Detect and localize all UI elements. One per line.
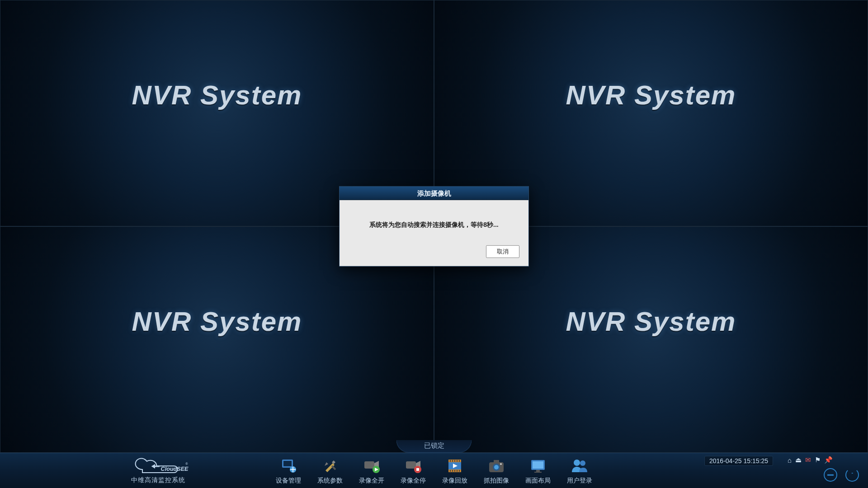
tile-watermark: NVR System [566, 80, 736, 111]
svg-rect-3 [283, 461, 292, 466]
user-login-button[interactable]: 用户登录 [567, 457, 592, 485]
svg-rect-6 [364, 461, 374, 469]
flag-icon[interactable]: ⚑ [815, 456, 821, 464]
toolbar-label: 录像全停 [401, 477, 426, 485]
add-camera-dialog: 添加摄像机 系统将为您自动搜索并连接摄像机，等待8秒... 取消 [339, 186, 529, 267]
svg-rect-21 [536, 470, 540, 472]
lock-indicator[interactable]: 已锁定 [396, 440, 472, 453]
window-controls [824, 468, 859, 482]
svg-point-17 [494, 465, 499, 469]
stop-all-recording-button[interactable]: 录像全停 [401, 457, 426, 485]
toolbar-label: 系统参数 [317, 477, 343, 485]
bottom-toolbar: CloudSEE ® 中维高清监控系统 设备管理 系统参数 录像全开 [0, 453, 868, 488]
tile-watermark: NVR System [566, 306, 736, 337]
svg-rect-5 [331, 465, 336, 470]
svg-rect-22 [534, 472, 542, 473]
cancel-button[interactable]: 取消 [486, 245, 519, 258]
minimize-button[interactable] [824, 468, 837, 482]
brand-logo: CloudSEE ® 中维高清监控系统 [104, 457, 212, 484]
toolbar-label: 抓拍图像 [484, 477, 509, 485]
toolbar-label: 用户登录 [567, 477, 592, 485]
camera-record-icon [363, 457, 381, 475]
svg-rect-15 [494, 460, 499, 463]
pin-icon[interactable]: 📌 [824, 456, 833, 464]
svg-point-23 [574, 460, 580, 466]
svg-rect-10 [416, 468, 419, 471]
datetime-display: 2016-04-25 15:15:25 [704, 456, 773, 466]
svg-point-18 [500, 463, 502, 465]
tools-icon [321, 457, 339, 475]
playback-button[interactable]: 录像回放 [442, 457, 467, 485]
snapshot-button[interactable]: 抓拍图像 [484, 457, 509, 485]
dialog-title: 添加摄像机 [340, 187, 528, 200]
home-icon[interactable]: ⌂ [788, 456, 792, 464]
eject-icon[interactable]: ⏏ [795, 456, 802, 464]
toolbar-label: 画面布局 [525, 477, 551, 485]
dialog-body: 系统将为您自动搜索并连接摄像机，等待8秒... 取消 [340, 200, 528, 266]
dialog-message: 系统将为您自动搜索并连接摄像机，等待8秒... [349, 221, 519, 229]
power-button[interactable] [845, 468, 859, 482]
device-management-button[interactable]: 设备管理 [276, 457, 301, 485]
svg-rect-8 [406, 461, 416, 469]
system-tray: ⌂ ⏏ ✉ ⚑ 📌 [788, 456, 833, 464]
users-icon [571, 457, 589, 475]
monitor-network-icon [279, 457, 297, 475]
camera-icon [487, 457, 505, 475]
svg-point-24 [580, 460, 585, 466]
layout-button[interactable]: 画面布局 [525, 457, 551, 485]
main-toolbar: 设备管理 系统参数 录像全开 录像全停 录像回放 [276, 457, 592, 485]
toolbar-label: 录像全开 [359, 477, 384, 485]
svg-rect-20 [533, 461, 543, 469]
tile-watermark: NVR System [132, 80, 302, 111]
brand-caption: 中维高清监控系统 [104, 476, 212, 484]
svg-text:CloudSEE: CloudSEE [161, 466, 189, 472]
svg-text:®: ® [185, 462, 188, 465]
system-settings-button[interactable]: 系统参数 [317, 457, 343, 485]
tile-watermark: NVR System [132, 306, 302, 337]
toolbar-label: 录像回放 [442, 477, 467, 485]
cloud-icon: CloudSEE ® [127, 457, 190, 476]
start-all-recording-button[interactable]: 录像全开 [359, 457, 384, 485]
mail-icon[interactable]: ✉ [805, 456, 811, 464]
toolbar-label: 设备管理 [276, 477, 301, 485]
camera-stop-icon [404, 457, 422, 475]
screen-icon [529, 457, 547, 475]
film-play-icon [446, 457, 464, 475]
